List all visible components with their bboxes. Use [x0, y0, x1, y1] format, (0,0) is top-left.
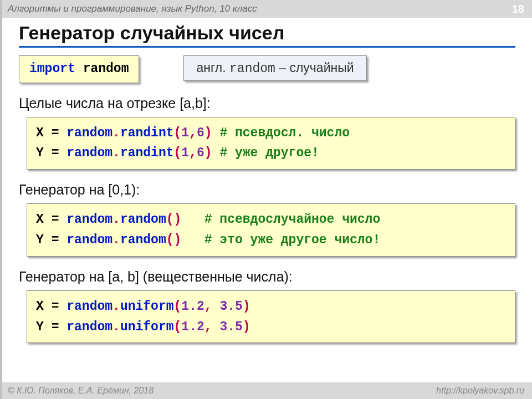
gap — [181, 212, 204, 227]
arg: 1 — [181, 126, 189, 140]
section3-heading: Генератор на [a, b] (вещественные числа)… — [19, 269, 515, 285]
mod: random — [66, 146, 112, 160]
var: X — [36, 126, 44, 140]
footer-url: http://kpolyakov.spb.ru — [436, 386, 524, 396]
sp — [212, 320, 220, 334]
slide-body: Генератор случайных чисел import random … — [2, 18, 532, 382]
fn: uniform — [120, 299, 174, 314]
eq: = — [52, 212, 59, 227]
comma: , — [204, 320, 212, 334]
sp — [44, 126, 52, 140]
var: X — [36, 212, 44, 227]
gap — [212, 146, 220, 160]
arg: 3.5 — [219, 299, 242, 314]
dot: . — [112, 320, 120, 334]
code-line: Y = random.uniform(1.2, 3.5) — [36, 317, 506, 337]
arg: 6 — [197, 146, 204, 160]
section2-heading: Генератор на [0,1): — [19, 182, 515, 198]
keyword-import: import — [29, 62, 75, 76]
section1-code: X = random.randint(1,6) # псевдосл. числ… — [27, 117, 515, 170]
comma: , — [189, 126, 197, 140]
note-after: – случайный — [275, 60, 354, 75]
var: X — [36, 299, 44, 314]
mod: random — [66, 212, 112, 227]
translation-note: англ. random – случайный — [183, 55, 366, 81]
sp — [59, 299, 66, 314]
fn: randint — [120, 146, 174, 160]
sp — [212, 299, 220, 314]
dot: . — [112, 126, 120, 140]
eq: = — [52, 299, 59, 314]
fn: randint — [120, 126, 174, 140]
rp: ) — [204, 146, 212, 160]
comment: # уже другое! — [219, 146, 319, 160]
eq: = — [52, 233, 59, 247]
section2-code: X = random.random() # псевдослучайное чи… — [27, 203, 515, 257]
rp: ) — [174, 233, 182, 247]
comment: # это уже другое число! — [204, 233, 380, 247]
code-line: X = random.random() # псевдослучайное чи… — [36, 209, 506, 230]
arg: 1.2 — [181, 299, 204, 314]
eq: = — [52, 126, 59, 140]
dot: . — [112, 146, 120, 160]
dot: . — [112, 212, 120, 227]
lp: ( — [174, 146, 182, 160]
arg: 1.2 — [181, 320, 204, 334]
code-line: X = random.uniform(1.2, 3.5) — [36, 296, 506, 317]
page-number: 18 — [512, 3, 524, 16]
arg: 1 — [181, 146, 189, 160]
lp: ( — [174, 299, 182, 314]
sp — [59, 126, 66, 140]
lp: ( — [166, 233, 174, 247]
eq: = — [52, 146, 59, 160]
gap — [181, 233, 204, 247]
mod: random — [66, 299, 112, 314]
section3-code: X = random.uniform(1.2, 3.5) Y = random.… — [27, 290, 515, 344]
sp — [44, 320, 52, 334]
slide: Алгоритмы и программирование, язык Pytho… — [0, 0, 532, 399]
dot: . — [112, 299, 120, 314]
mod: random — [66, 233, 112, 247]
lp: ( — [166, 212, 174, 227]
comment: # псевдослучайное число — [204, 212, 380, 227]
sp — [44, 212, 52, 227]
code-line: X = random.randint(1,6) # псевдосл. числ… — [36, 123, 506, 144]
sp — [59, 212, 66, 227]
code-line: Y = random.random() # это уже другое чис… — [36, 230, 506, 250]
var: Y — [36, 320, 44, 334]
fn: random — [120, 212, 166, 227]
intro-row: import random англ. random – случайный — [19, 55, 515, 83]
var: Y — [36, 233, 44, 247]
sp — [59, 233, 66, 247]
mod: random — [66, 126, 112, 140]
import-code-box: import random — [19, 55, 139, 83]
mod: random — [66, 320, 112, 334]
eq: = — [52, 320, 59, 334]
sp — [59, 320, 66, 334]
note-word: random — [229, 62, 275, 76]
rp: ) — [204, 126, 212, 140]
sp — [44, 299, 52, 314]
comma: , — [204, 299, 212, 314]
comma: , — [189, 146, 197, 160]
comment: # псевдосл. число — [219, 126, 350, 140]
fn: random — [120, 233, 166, 247]
arg: 6 — [197, 126, 204, 140]
breadcrumb: Алгоритмы и программирование, язык Pytho… — [8, 3, 257, 14]
note-before: англ. — [196, 60, 229, 75]
space — [75, 62, 83, 76]
copyright: © К.Ю. Поляков, Е.А. Ерёмин, 2018 — [8, 386, 154, 396]
arg: 3.5 — [219, 320, 242, 334]
rp: ) — [174, 212, 182, 227]
dot: . — [112, 233, 120, 247]
footer: © К.Ю. Поляков, Е.А. Ерёмин, 2018 http:/… — [2, 382, 532, 399]
code-line: Y = random.randint(1,6) # уже другое! — [36, 143, 506, 163]
gap — [212, 126, 220, 140]
lp: ( — [174, 126, 182, 140]
topbar: Алгоритмы и программирование, язык Pytho… — [2, 0, 532, 18]
rp: ) — [243, 299, 250, 314]
var: Y — [36, 146, 44, 160]
sp — [59, 146, 66, 160]
sp — [44, 146, 52, 160]
section1-heading: Целые числа на отрезке [a,b]: — [19, 95, 515, 111]
